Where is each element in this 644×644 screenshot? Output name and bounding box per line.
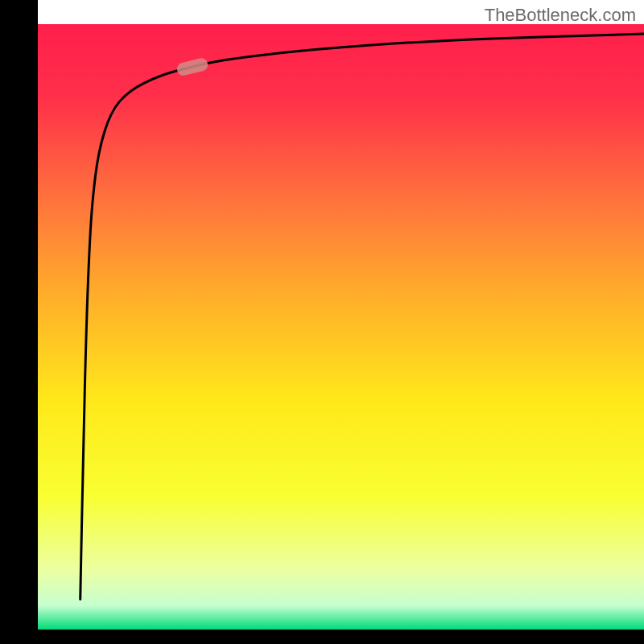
frame-left (0, 0, 38, 644)
chart-svg (0, 0, 644, 644)
plot-background (38, 24, 644, 630)
frame-bottom (0, 630, 644, 644)
watermark-label: TheBottleneck.com (485, 5, 636, 26)
chart-container: TheBottleneck.com (0, 0, 644, 644)
